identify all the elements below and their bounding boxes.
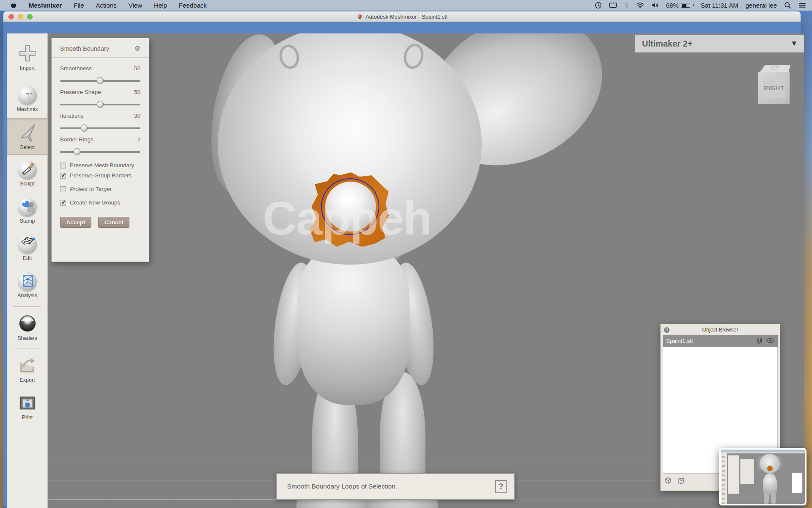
checkbox-row-create-new-groups: Create New Groups: [60, 199, 140, 206]
3d-viewport-canvas[interactable]: Cappeh Ultimaker 2+ ▼ RIGHT ✕ Object Bro…: [48, 33, 804, 508]
apple-menu-icon[interactable]: [10, 2, 17, 9]
toolbar-item-export[interactable]: Export: [7, 351, 48, 388]
menu-item-help[interactable]: Help: [154, 2, 167, 9]
menu-item-actions[interactable]: Actions: [96, 2, 117, 9]
tool-hint-bar: Smooth Boundary Loops of Selection. ?: [276, 473, 515, 500]
desktop-wallpaper-left: [0, 11, 3, 508]
battery-icon: [681, 3, 690, 8]
floor-grid-line: [48, 499, 285, 500]
zoom-window-button[interactable]: [27, 14, 33, 19]
slider-thumb[interactable]: [97, 77, 104, 84]
desktop: Meshmixer File Actions View Help Feedbac…: [0, 0, 812, 508]
printer-selector-dropdown[interactable]: Ultimaker 2+ ▼: [635, 35, 804, 52]
toolbar-item-analysis[interactable]: Analysis: [7, 267, 48, 304]
object-browser-header: ✕ Object Browser: [661, 324, 780, 335]
wifi-icon[interactable]: [636, 2, 644, 8]
screenshot-preview-thumbnail[interactable]: [719, 448, 807, 505]
toolbar-separator: [14, 348, 41, 348]
dropdown-arrow-icon: ▼: [790, 39, 798, 48]
toolbar-item-edit[interactable]: Edit: [7, 229, 48, 267]
toolbar-item-stamp[interactable]: Stamp: [7, 192, 48, 229]
toolbar-separator: [14, 306, 41, 306]
slider-label-border-rings: Border Rings: [60, 136, 93, 143]
slider-iterations[interactable]: [60, 127, 140, 129]
pin-icon[interactable]: [756, 337, 763, 345]
accept-button[interactable]: Accept: [60, 217, 91, 228]
slider-value-smoothness: 50: [134, 65, 140, 72]
pie-chart-icon[interactable]: [678, 477, 685, 486]
slider-border-rings[interactable]: [60, 151, 140, 153]
close-icon[interactable]: ✕: [664, 327, 669, 333]
slider-thumb[interactable]: [97, 101, 104, 108]
slider-label-iterations: Iterations: [60, 113, 84, 119]
toolbar-item-import[interactable]: Import: [7, 39, 48, 76]
smooth-boundary-panel: Smooth Boundary ⚙ Smoothness50 Preserve …: [51, 38, 149, 262]
help-button[interactable]: ?: [495, 480, 507, 493]
volume-icon[interactable]: [651, 2, 659, 8]
slider-value-border-rings: 2: [137, 136, 140, 143]
window-titlebar[interactable]: Autodesk Meshmixer - Spaint1.stl: [3, 11, 801, 22]
toolbar-separator: [14, 78, 41, 78]
macos-menu-bar: Meshmixer File Actions View Help Feedbac…: [0, 0, 812, 11]
view-cube-front-face[interactable]: RIGHT: [758, 72, 790, 104]
slider-value-preserve-shape: 50: [134, 89, 140, 95]
checkbox-row-project-to-target: Project to Target: [60, 186, 140, 192]
display-mirroring-icon[interactable]: [609, 2, 617, 9]
object-name: Spaint1.stl: [666, 338, 752, 344]
shaders-icon: [17, 313, 38, 334]
watermark-text: Cappeh: [263, 191, 431, 246]
slider-value-iterations: 30: [134, 113, 140, 119]
notification-list-icon[interactable]: [798, 2, 806, 8]
select-icon: [17, 122, 38, 143]
model-torso: [298, 242, 409, 405]
meshmixer-app-icon: [357, 14, 363, 19]
toolbar-item-select[interactable]: Select: [7, 118, 48, 155]
checkbox-preserve-mesh-boundary[interactable]: [60, 163, 66, 168]
visibility-eye-icon[interactable]: [766, 338, 774, 345]
panel-title: Smooth Boundary: [60, 45, 109, 52]
menu-item-view[interactable]: View: [129, 2, 142, 9]
toolbar-item-sculpt[interactable]: Sculpt: [7, 155, 48, 192]
clock-history-icon[interactable]: [595, 2, 602, 9]
slider-label-smoothness: Smoothness: [60, 65, 92, 72]
checkbox-preserve-group-borders[interactable]: [60, 173, 66, 179]
view-cube[interactable]: RIGHT: [758, 65, 791, 104]
close-window-button[interactable]: [8, 14, 14, 19]
checkbox-create-new-groups[interactable]: [60, 200, 66, 206]
toolbar-item-print[interactable]: Print: [7, 388, 48, 425]
gear-icon[interactable]: ⚙: [134, 44, 140, 52]
slider-thumb[interactable]: [73, 148, 80, 155]
slider-label-preserve-shape: Preserve Shape: [60, 89, 101, 95]
panel-divider: [52, 58, 149, 58]
search-icon[interactable]: [784, 2, 791, 9]
slider-smoothness[interactable]: [60, 80, 140, 82]
cancel-button[interactable]: Cancel: [98, 217, 129, 228]
meshmix-icon: [18, 86, 37, 105]
meshmixer-window: Autodesk Meshmixer - Spaint1.stl: [3, 11, 801, 508]
cube-wireframe-icon[interactable]: [664, 476, 672, 486]
slider-thumb[interactable]: [81, 124, 88, 132]
checkbox-row-preserve-group-borders: Preserve Group Borders: [60, 172, 140, 179]
menubar-clock[interactable]: Sat 11:31 AM: [701, 2, 738, 9]
window-title: Autodesk Meshmixer - Spaint1.stl: [365, 14, 447, 20]
menu-item-app[interactable]: Meshmixer: [29, 2, 62, 9]
menu-item-feedback[interactable]: Feedback: [179, 2, 207, 9]
menubar-user[interactable]: general lee: [746, 2, 777, 9]
checkbox-row-preserve-mesh-boundary: Preserve Mesh Boundary: [60, 162, 140, 168]
edit-icon: [18, 235, 37, 254]
checkbox-project-to-target[interactable]: [60, 186, 66, 192]
minimize-window-button[interactable]: [18, 14, 23, 19]
toolbar-item-meshmix[interactable]: Meshmix: [7, 80, 48, 118]
stamp-icon: [18, 198, 37, 216]
battery-percent-label: 68%: [666, 2, 679, 9]
menu-item-file[interactable]: File: [74, 2, 84, 9]
bluetooth-icon[interactable]: [624, 2, 629, 9]
slider-preserve-shape[interactable]: [60, 104, 140, 105]
import-icon: [17, 43, 38, 64]
main-toolbar: Import Meshmix Select Sculpt: [7, 33, 48, 508]
battery-status[interactable]: 68%: [666, 2, 694, 9]
object-list-item[interactable]: Spaint1.stl: [663, 335, 778, 347]
analysis-icon: [18, 272, 37, 291]
print-icon: [17, 392, 38, 413]
toolbar-item-shaders[interactable]: Shaders: [7, 309, 48, 346]
